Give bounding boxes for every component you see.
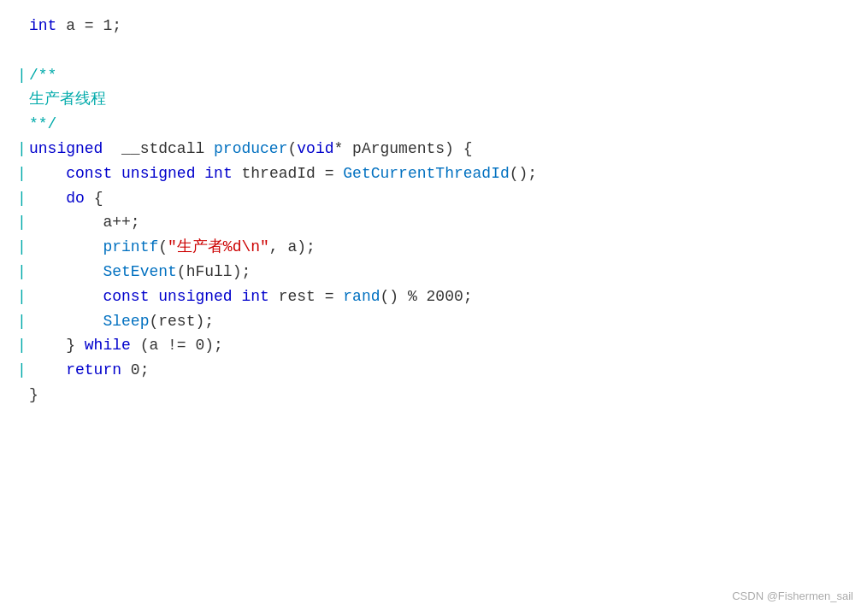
code-thread-id: const unsigned int threadId = GetCurrent… xyxy=(29,161,537,186)
gutter-do: | xyxy=(17,186,29,211)
gutter-rest: | xyxy=(17,285,29,309)
gutter-thread-id: | xyxy=(17,161,29,186)
line-comment-close: **/ xyxy=(17,112,850,137)
code-block: int a = 1; | /** 生产者线程 **/ | unsigned __… xyxy=(17,14,850,408)
code-comment-open: /** xyxy=(29,63,56,88)
code-while: } while (a != 0); xyxy=(29,333,223,358)
gutter-setevent: | xyxy=(17,260,29,285)
code-rest: const unsigned int rest = rand() % 2000; xyxy=(29,285,473,309)
gutter-sleep: | xyxy=(17,309,29,334)
line-comment-open: | /** xyxy=(17,63,850,88)
line-comment-text: 生产者线程 xyxy=(17,87,850,112)
line-1: int a = 1; xyxy=(17,14,850,38)
gutter-func-decl: | xyxy=(17,137,29,161)
line-empty xyxy=(17,38,850,63)
line-sleep: | Sleep(rest); xyxy=(17,309,850,334)
line-func-decl: | unsigned __stdcall producer(void* pArg… xyxy=(17,137,850,161)
code-return: return 0; xyxy=(29,358,149,383)
code-line-1: int a = 1; xyxy=(29,14,121,38)
line-while: | } while (a != 0); xyxy=(17,333,850,358)
line-a-inc: | a++; xyxy=(17,210,850,235)
code-line-empty xyxy=(29,38,38,63)
gutter-comment-open: | xyxy=(17,63,29,88)
code-func-decl: unsigned __stdcall producer(void* pArgum… xyxy=(29,137,473,161)
line-rest: | const unsigned int rest = rand() % 200… xyxy=(17,285,850,309)
code-comment-text: 生产者线程 xyxy=(29,87,106,112)
watermark: CSDN @Fishermen_sail xyxy=(732,588,853,606)
line-setevent: | SetEvent(hFull); xyxy=(17,260,850,285)
line-close-brace: } xyxy=(17,383,850,408)
line-do: | do { xyxy=(17,186,850,211)
gutter-while: | xyxy=(17,333,29,358)
gutter-a-inc: | xyxy=(17,210,29,235)
code-printf: printf("生产者%d\n", a); xyxy=(29,235,316,260)
line-printf: | printf("生产者%d\n", a); xyxy=(17,235,850,260)
code-setevent: SetEvent(hFull); xyxy=(29,260,251,285)
code-sleep: Sleep(rest); xyxy=(29,309,214,334)
line-thread-id: | const unsigned int threadId = GetCurre… xyxy=(17,161,850,186)
gutter-return: | xyxy=(17,358,29,383)
code-do: do { xyxy=(29,186,103,211)
code-comment-close: **/ xyxy=(29,112,56,137)
code-close-brace: } xyxy=(29,383,38,408)
line-return: | return 0; xyxy=(17,358,850,383)
gutter-printf: | xyxy=(17,235,29,260)
code-a-inc: a++; xyxy=(29,210,140,235)
